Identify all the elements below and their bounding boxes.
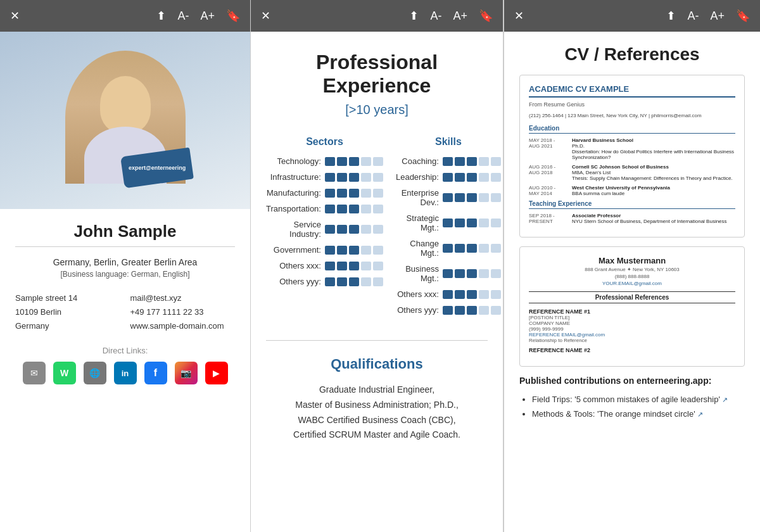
contribution-item-2: Methods & Tools: 'The orange mindset cir… xyxy=(532,407,745,421)
skill-strategic-mgt: Strategic Mgt.: xyxy=(396,213,501,232)
cv-font-increase-icon[interactable]: A+ xyxy=(710,10,725,23)
skill-coaching: Coaching: xyxy=(396,156,501,166)
ref-person-email: YOUR.EMAIL@gmail.com xyxy=(529,281,735,286)
experience-years: [>10 years] xyxy=(266,103,488,117)
skill-coaching-label: Coaching: xyxy=(396,156,443,166)
profile-location: Germany, Berlin, Greater Berlin Area xyxy=(15,257,235,267)
exp-font-decrease-icon[interactable]: A- xyxy=(430,10,441,23)
youtube-icon[interactable]: ▶ xyxy=(205,362,228,384)
exp-share-icon[interactable]: ⬆ xyxy=(409,9,419,23)
ref-entry-1-email: REFERENCE EMAIL@gmail.com xyxy=(529,332,735,338)
sector-manufacturing-label: Manufacturing: xyxy=(266,188,325,198)
sector-transportation-label: Transportation: xyxy=(266,204,325,213)
skill-leadership: Leadership: xyxy=(396,172,501,182)
font-increase-icon[interactable]: A+ xyxy=(200,10,215,23)
sector-infrastructure: Infrastructure: xyxy=(266,172,383,182)
skill-business-mgt-label: Business Mgt.: xyxy=(396,264,443,283)
cv-topbar: ✕ ⬆ A- A+ 🔖 xyxy=(504,0,760,32)
skill-business-mgt-bar xyxy=(443,269,501,278)
address-line3: Germany xyxy=(15,319,120,333)
profile-photo-container: expert@enterneering xyxy=(65,51,186,190)
facebook-icon[interactable]: f xyxy=(144,362,167,384)
close-icon[interactable]: ✕ xyxy=(10,9,20,23)
ref-person-name: Max Mustermann xyxy=(529,256,735,265)
skill-change-mgt-label: Change Mgt.: xyxy=(396,239,443,258)
contribution-link-2[interactable]: ↗ xyxy=(697,410,703,418)
teaching-section-title: Teaching Experience xyxy=(529,200,735,209)
skill-enterprise-dev-bar xyxy=(443,193,501,202)
contribution-link-1[interactable]: ↗ xyxy=(722,396,728,403)
ref-entry-1-title: REFERENCE NAME #1 xyxy=(529,308,735,315)
cv-bookmark-icon[interactable]: 🔖 xyxy=(736,9,750,23)
person-head xyxy=(100,76,151,133)
exp-close-icon[interactable]: ✕ xyxy=(261,9,270,23)
sector-transportation: Transportation: xyxy=(266,204,383,213)
globe-icon[interactable]: 🌐 xyxy=(84,362,106,384)
sector-others-yyy-bar xyxy=(325,277,383,286)
profile-name: John Sample xyxy=(15,222,235,241)
teaching-desc-1: Associate Professor NYU Stern School of … xyxy=(572,213,727,224)
teaching-date-1: SEP 2018 -PRESENT xyxy=(529,213,567,224)
edu-date-3: AUG 2010 -MAY 2014 xyxy=(529,185,567,196)
skill-enterprise-dev: Enterprise Dev.: xyxy=(396,188,501,207)
exp-font-increase-icon[interactable]: A+ xyxy=(453,10,467,23)
sector-technology-label: Technology: xyxy=(266,156,325,166)
skill-strategic-mgt-bar xyxy=(443,218,501,227)
exp-bookmark-icon[interactable]: 🔖 xyxy=(479,9,493,23)
contact-address: Sample street 14 10109 Berlin Germany xyxy=(15,291,120,333)
address-line1: Sample street 14 xyxy=(15,291,120,305)
cv-title: CV / References xyxy=(519,44,745,65)
profile-content: John Sample Germany, Berlin, Greater Ber… xyxy=(0,209,250,532)
exp-divider xyxy=(266,340,488,341)
teaching-entry-1: SEP 2018 -PRESENT Associate Professor NY… xyxy=(529,213,735,224)
cv-share-icon[interactable]: ⬆ xyxy=(666,9,676,23)
edu-entry-3: AUG 2010 -MAY 2014 West Chester Universi… xyxy=(529,185,735,196)
experience-columns: Sectors Technology: Infrastructure: Manu… xyxy=(266,136,488,321)
whatsapp-icon[interactable]: W xyxy=(53,362,76,384)
skills-column: Skills Coaching: Leadership: Enterprise … xyxy=(396,136,501,321)
edu-date-2: AUG 2016 -AUG 2018 xyxy=(529,164,567,181)
experience-content: Professional Experience [>10 years] Sect… xyxy=(251,32,503,532)
sector-technology: Technology: xyxy=(266,156,383,166)
ref-person-phone: (888) 888-8888 xyxy=(529,274,735,279)
direct-links-label: Direct Links: xyxy=(15,346,235,355)
sector-manufacturing: Manufacturing: xyxy=(266,188,383,198)
sector-government: Government: xyxy=(266,245,383,255)
academic-cv-preview: ACADEMIC CV EXAMPLE From Resume Genius (… xyxy=(519,75,745,238)
skills-header: Skills xyxy=(396,136,501,148)
cv-font-decrease-icon[interactable]: A- xyxy=(687,10,699,23)
bookmark-icon[interactable]: 🔖 xyxy=(226,9,240,23)
ref-entry-2-title: REFERENCE NAME #2 xyxy=(529,347,735,353)
ref-entry-1-phone: (999) 999-9999 xyxy=(529,326,735,332)
skill-coaching-bar xyxy=(443,157,501,166)
contact-email: mail@test.xyz xyxy=(130,291,236,305)
share-icon[interactable]: ⬆ xyxy=(156,9,166,23)
sector-others-xxx: Others xxx: xyxy=(266,261,383,270)
skill-others-yyy: Others yyy: xyxy=(396,305,501,315)
instagram-icon[interactable]: 📷 xyxy=(175,362,198,384)
profile-header-bg: expert@enterneering xyxy=(0,32,250,209)
sector-manufacturing-bar xyxy=(325,189,383,198)
profile-topbar: ✕ ⬆ A- A+ 🔖 xyxy=(0,0,250,32)
social-icons-row: ✉ W 🌐 in f 📷 ▶ xyxy=(15,362,235,384)
skill-leadership-label: Leadership: xyxy=(396,172,443,182)
profile-language: [Business language: German, English] xyxy=(15,270,235,279)
contributions-list: Field Trips: '5 common mistakes of agile… xyxy=(519,392,745,422)
sector-government-label: Government: xyxy=(266,245,325,255)
ref-entry-1-position: [POSTION TITLE] xyxy=(529,315,735,320)
sector-others-yyy-label: Others yyy: xyxy=(266,277,325,286)
skill-change-mgt: Change Mgt.: xyxy=(396,239,501,258)
cv-close-icon[interactable]: ✕ xyxy=(514,9,524,23)
contribution-text-1: Field Trips: '5 common mistakes of agile… xyxy=(532,395,722,404)
skill-strategic-mgt-label: Strategic Mgt.: xyxy=(396,213,443,232)
skill-enterprise-dev-label: Enterprise Dev.: xyxy=(396,188,443,207)
email-icon[interactable]: ✉ xyxy=(23,362,46,384)
font-decrease-icon[interactable]: A- xyxy=(177,10,189,23)
contact-info: mail@test.xyz +49 177 1111 22 33 www.sam… xyxy=(130,291,236,333)
linkedin-icon[interactable]: in xyxy=(114,362,137,384)
edu-desc-2: Cornell SC Johnson School of Business MB… xyxy=(572,164,733,181)
ref-entry-2: REFERENCE NAME #2 xyxy=(529,347,735,353)
edu-entry-2: AUG 2016 -AUG 2018 Cornell SC Johnson Sc… xyxy=(529,164,735,181)
ref-section-title: Professional References xyxy=(529,291,735,303)
sector-transportation-bar xyxy=(325,205,383,213)
